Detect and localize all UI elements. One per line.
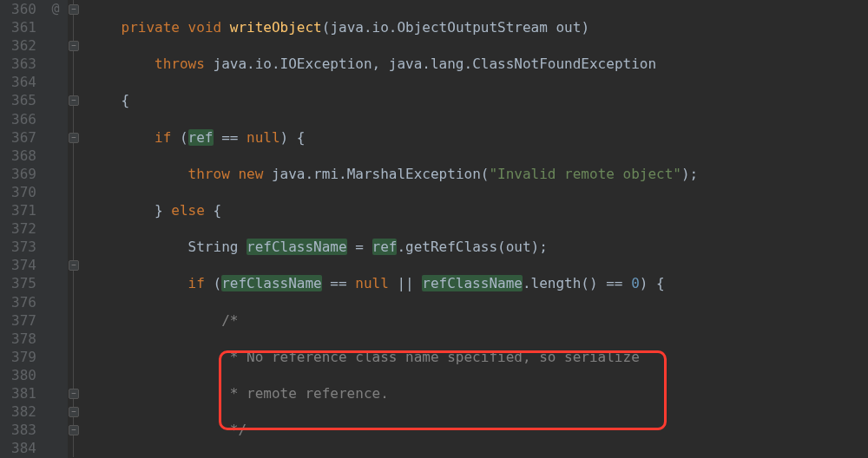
identifier-highlight: ref — [188, 129, 214, 146]
line-number: 369 — [3, 165, 36, 183]
fold-toggle-icon[interactable]: − — [69, 133, 79, 143]
code-line[interactable]: if (ref == null) { — [88, 128, 868, 147]
line-number: 383 — [3, 421, 36, 439]
line-number: 378 — [3, 330, 36, 348]
line-number: 361 — [3, 18, 36, 36]
override-marker-icon[interactable]: @ — [43, 0, 68, 18]
code-area[interactable]: private void writeObject(java.io.ObjectO… — [81, 0, 868, 458]
code-line[interactable]: String refClassName = ref.getRefClass(ou… — [88, 238, 868, 256]
line-number: 374 — [3, 256, 36, 274]
line-number: 379 — [3, 348, 36, 366]
line-number: 376 — [3, 293, 36, 311]
line-number: 371 — [3, 201, 36, 219]
line-number: 372 — [3, 219, 36, 238]
code-line[interactable]: * remote reference. — [88, 384, 868, 402]
line-number: 364 — [3, 73, 36, 91]
fold-toggle-icon[interactable]: − — [69, 4, 79, 15]
line-number: 368 — [3, 147, 36, 165]
fold-toggle-icon[interactable]: − — [69, 425, 79, 435]
line-number: 384 — [3, 439, 36, 457]
gutter-markers: @ — [43, 0, 68, 458]
line-number-gutter: 360 361 362 363 364 365 366 367 368 369 … — [0, 0, 43, 458]
code-line[interactable]: } else { — [88, 201, 868, 219]
line-number: 382 — [3, 402, 36, 421]
fold-toggle-icon[interactable]: − — [69, 407, 79, 417]
line-number: 370 — [3, 183, 36, 201]
code-line[interactable]: { — [88, 91, 868, 109]
fold-toggle-icon[interactable]: − — [69, 41, 79, 51]
code-line[interactable]: throw new java.rmi.MarshalException("Inv… — [88, 165, 868, 183]
line-number: 373 — [3, 238, 36, 256]
line-number: 375 — [3, 274, 36, 292]
line-number: 360 — [3, 0, 36, 18]
identifier-highlight: refClassName — [422, 275, 523, 291]
line-number: 363 — [3, 55, 36, 73]
identifier-highlight: ref — [372, 239, 398, 255]
code-editor[interactable]: 360 361 362 363 364 365 366 367 368 369 … — [0, 0, 868, 458]
fold-toggle-icon[interactable]: − — [69, 260, 79, 271]
code-line[interactable]: private void writeObject(java.io.ObjectO… — [88, 18, 868, 36]
line-number: 362 — [3, 36, 36, 55]
code-line[interactable]: /* — [88, 311, 868, 330]
code-line[interactable]: throws java.io.IOException, java.lang.Cl… — [88, 55, 868, 73]
code-line[interactable]: * No reference class name specified, so … — [88, 348, 868, 366]
code-line[interactable]: if (refClassName == null || refClassName… — [88, 274, 868, 292]
fold-toggle-icon[interactable]: − — [69, 389, 79, 399]
code-line[interactable]: */ — [88, 421, 868, 439]
line-number: 365 — [3, 91, 36, 109]
line-number: 366 — [3, 110, 36, 128]
fold-gutter: − − − − − − − − — [68, 0, 81, 458]
line-number: 381 — [3, 384, 36, 402]
fold-toggle-icon[interactable]: − — [69, 95, 79, 106]
line-number: 377 — [3, 311, 36, 330]
line-number: 367 — [3, 128, 36, 147]
identifier-highlight: refClassName — [247, 239, 347, 255]
identifier-highlight: refClassName — [221, 275, 322, 291]
line-number: 380 — [3, 366, 36, 384]
